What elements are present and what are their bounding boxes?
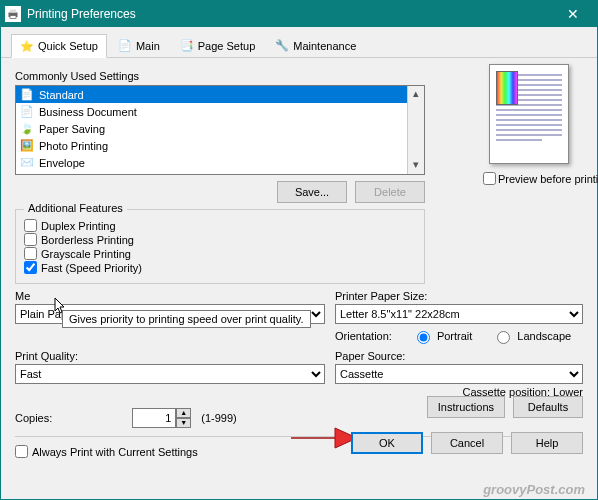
- watermark: groovyPost.com: [483, 482, 585, 497]
- page-icon: 📄: [118, 39, 132, 53]
- print-quality-label: Print Quality:: [15, 350, 325, 362]
- photo-icon: 🖼️: [20, 139, 34, 153]
- titlebar: Printing Preferences ✕: [1, 1, 597, 27]
- tab-page-setup[interactable]: 📑Page Setup: [171, 33, 265, 57]
- list-item[interactable]: 🖼️Photo Printing: [16, 137, 407, 154]
- preview-thumbnail: [489, 64, 569, 164]
- spin-up[interactable]: ▲: [176, 408, 191, 418]
- envelope-icon: ✉️: [20, 156, 34, 170]
- paper-size-select[interactable]: Letter 8.5"x11" 22x28cm: [335, 304, 583, 324]
- defaults-button[interactable]: Defaults: [513, 396, 583, 418]
- instructions-button[interactable]: Instructions: [427, 396, 505, 418]
- always-print-checkbox[interactable]: [15, 445, 28, 458]
- paper-source-label: Paper Source:: [335, 350, 583, 362]
- tab-quick-setup[interactable]: ⭐Quick Setup: [11, 34, 107, 58]
- doc-icon: 📄: [20, 105, 34, 119]
- close-button[interactable]: ✕: [553, 6, 593, 22]
- additional-features-group: Additional Features Duplex Printing Bord…: [15, 209, 425, 284]
- list-item[interactable]: 📄Business Document: [16, 103, 407, 120]
- save-button[interactable]: Save...: [277, 181, 347, 203]
- leaf-icon: 🍃: [20, 122, 34, 136]
- layout-icon: 📑: [180, 39, 194, 53]
- delete-button: Delete: [355, 181, 425, 203]
- svg-rect-2: [10, 16, 16, 19]
- help-button[interactable]: Help: [511, 432, 583, 454]
- list-item[interactable]: 🍃Paper Saving: [16, 120, 407, 137]
- wrench-icon: 🔧: [275, 39, 289, 53]
- preview-before-printing-checkbox[interactable]: [483, 172, 496, 185]
- grayscale-checkbox[interactable]: [24, 247, 37, 260]
- scroll-up[interactable]: ▴: [408, 86, 424, 103]
- borderless-checkbox[interactable]: [24, 233, 37, 246]
- cancel-button[interactable]: Cancel: [431, 432, 503, 454]
- duplex-checkbox[interactable]: [24, 219, 37, 232]
- doc-icon: 📄: [20, 88, 34, 102]
- paper-size-label: Printer Paper Size:: [335, 290, 583, 302]
- tab-bar: ⭐Quick Setup 📄Main 📑Page Setup 🔧Maintena…: [1, 27, 597, 58]
- window-title: Printing Preferences: [27, 7, 553, 21]
- print-quality-select[interactable]: Fast: [15, 364, 325, 384]
- always-print-label: Always Print with Current Settings: [32, 446, 198, 458]
- preview-label: Preview before printing: [498, 173, 598, 185]
- orientation-label: Orientation:: [335, 330, 392, 342]
- scrollbar[interactable]: ▴▾: [407, 86, 424, 174]
- portrait-radio[interactable]: [417, 331, 430, 344]
- additional-features-label: Additional Features: [24, 202, 127, 214]
- copies-range: (1-999): [201, 412, 236, 424]
- star-icon: ⭐: [20, 39, 34, 53]
- svg-rect-1: [10, 10, 16, 13]
- paper-source-select[interactable]: Cassette: [335, 364, 583, 384]
- copies-label: Copies:: [15, 412, 52, 424]
- spin-down[interactable]: ▼: [176, 418, 191, 428]
- printer-icon: [5, 6, 21, 22]
- tab-maintenance[interactable]: 🔧Maintenance: [266, 33, 365, 57]
- list-item[interactable]: ✉️Envelope: [16, 154, 407, 171]
- media-type-label: Me: [15, 290, 325, 302]
- copies-input[interactable]: [132, 408, 176, 428]
- preview-area: Preview before printing: [483, 64, 575, 185]
- landscape-radio[interactable]: [497, 331, 510, 344]
- tooltip: Gives priority to printing speed over pr…: [62, 310, 311, 328]
- ok-button[interactable]: OK: [351, 432, 423, 454]
- list-item[interactable]: 📄Standard: [16, 86, 407, 103]
- fast-checkbox[interactable]: [24, 261, 37, 274]
- tab-main[interactable]: 📄Main: [109, 33, 169, 57]
- commonly-used-listbox[interactable]: 📄Standard 📄Business Document 🍃Paper Savi…: [15, 85, 425, 175]
- scroll-down[interactable]: ▾: [408, 157, 424, 174]
